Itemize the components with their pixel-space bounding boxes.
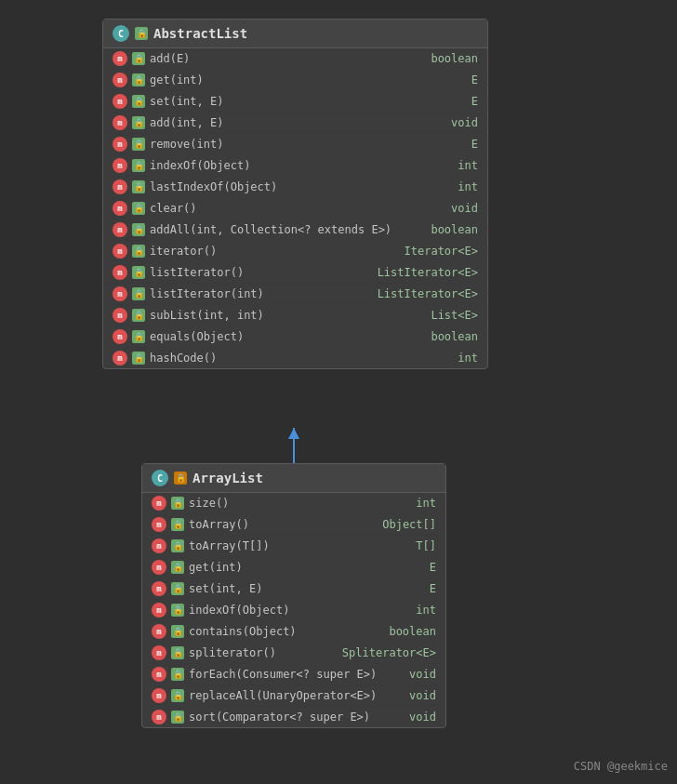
array-list-method-row: m🔒indexOf(Object)int bbox=[142, 600, 445, 621]
method-m-icon: m bbox=[152, 538, 166, 553]
method-name-label: listIterator() bbox=[150, 266, 373, 279]
method-lock-icon: 🔒 bbox=[171, 668, 184, 681]
method-return-label: int bbox=[458, 159, 478, 172]
method-lock-icon: 🔒 bbox=[132, 73, 145, 86]
method-m-icon: m bbox=[113, 51, 127, 66]
method-m-icon: m bbox=[152, 496, 166, 511]
method-name-label: indexOf(Object) bbox=[150, 159, 453, 172]
method-lock-icon: 🔒 bbox=[132, 116, 145, 129]
method-m-icon: m bbox=[113, 329, 127, 344]
array-list-method-row: m🔒get(int)E bbox=[142, 557, 445, 578]
array-list-class-icon: C bbox=[152, 470, 168, 486]
method-name-label: equals(Object) bbox=[150, 330, 426, 343]
watermark: CSDN @geekmice bbox=[574, 760, 668, 773]
abstract-list-method-row: m🔒remove(int)E bbox=[103, 134, 487, 155]
method-return-label: void bbox=[451, 116, 478, 129]
method-return-label: boolean bbox=[431, 223, 478, 236]
method-lock-icon: 🔒 bbox=[171, 561, 184, 574]
abstract-list-class-name: AbstractList bbox=[153, 26, 247, 41]
method-m-icon: m bbox=[113, 351, 127, 365]
method-lock-icon: 🔒 bbox=[132, 266, 145, 279]
abstract-list-method-row: m🔒iterator()Iterator<E> bbox=[103, 241, 487, 262]
abstract-list-method-row: m🔒get(int)E bbox=[103, 70, 487, 91]
array-list-lock-icon: 🔒 bbox=[174, 472, 187, 485]
method-return-label: Object[] bbox=[382, 518, 436, 531]
abstract-list-method-row: m🔒add(E)boolean bbox=[103, 48, 487, 70]
method-lock-icon: 🔒 bbox=[132, 95, 145, 108]
array-list-method-row: m🔒sort(Comparator<? super E>)void bbox=[142, 707, 445, 727]
method-m-icon: m bbox=[152, 710, 166, 724]
method-lock-icon: 🔒 bbox=[132, 309, 145, 322]
method-name-label: subList(int, int) bbox=[150, 309, 426, 322]
method-m-icon: m bbox=[152, 603, 166, 618]
method-m-icon: m bbox=[113, 137, 127, 152]
method-lock-icon: 🔒 bbox=[171, 711, 184, 724]
abstract-list-header: C 🔒 AbstractList bbox=[103, 20, 487, 48]
method-lock-icon: 🔒 bbox=[132, 223, 145, 236]
method-name-label: lastIndexOf(Object) bbox=[150, 180, 453, 193]
method-m-icon: m bbox=[113, 73, 127, 87]
method-name-label: size() bbox=[189, 497, 411, 510]
array-list-method-row: m🔒spliterator()Spliterator<E> bbox=[142, 643, 445, 664]
method-name-label: hashCode() bbox=[150, 352, 453, 365]
method-lock-icon: 🔒 bbox=[132, 180, 145, 193]
method-lock-icon: 🔒 bbox=[132, 159, 145, 172]
abstract-list-method-row: m🔒equals(Object)boolean bbox=[103, 326, 487, 348]
method-name-label: indexOf(Object) bbox=[189, 604, 411, 617]
array-list-method-row: m🔒set(int, E)E bbox=[142, 578, 445, 600]
method-m-icon: m bbox=[152, 560, 166, 575]
method-m-icon: m bbox=[152, 688, 166, 703]
array-list-box: C 🔒 ArrayList m🔒size()intm🔒toArray()Obje… bbox=[141, 463, 446, 728]
svg-marker-1 bbox=[288, 428, 299, 439]
abstract-list-method-row: m🔒listIterator()ListIterator<E> bbox=[103, 262, 487, 284]
abstract-list-method-row: m🔒subList(int, int)List<E> bbox=[103, 305, 487, 326]
method-m-icon: m bbox=[113, 158, 127, 173]
method-return-label: int bbox=[458, 180, 478, 193]
abstract-list-method-row: m🔒indexOf(Object)int bbox=[103, 155, 487, 177]
method-m-icon: m bbox=[113, 94, 127, 109]
method-name-label: sort(Comparator<? super E>) bbox=[189, 711, 405, 724]
method-return-label: E bbox=[430, 561, 436, 574]
method-return-label: E bbox=[471, 95, 478, 108]
method-return-label: void bbox=[409, 711, 436, 724]
method-name-label: toArray() bbox=[189, 518, 378, 531]
method-name-label: addAll(int, Collection<? extends E>) bbox=[150, 223, 426, 236]
method-return-label: Iterator<E> bbox=[405, 245, 478, 258]
method-m-icon: m bbox=[113, 286, 127, 301]
method-name-label: add(int, E) bbox=[150, 116, 446, 129]
abstract-list-method-row: m🔒lastIndexOf(Object)int bbox=[103, 177, 487, 198]
abstract-list-method-row: m🔒hashCode()int bbox=[103, 348, 487, 368]
method-m-icon: m bbox=[152, 645, 166, 660]
method-name-label: iterator() bbox=[150, 245, 400, 258]
method-name-label: replaceAll(UnaryOperator<E>) bbox=[189, 689, 405, 702]
method-m-icon: m bbox=[113, 244, 127, 259]
abstract-list-methods: m🔒add(E)booleanm🔒get(int)Em🔒set(int, E)E… bbox=[103, 48, 487, 368]
method-return-label: T[] bbox=[416, 539, 436, 552]
method-return-label: void bbox=[451, 202, 478, 215]
method-return-label: ListIterator<E> bbox=[378, 266, 478, 279]
method-name-label: listIterator(int) bbox=[150, 287, 373, 300]
method-return-label: int bbox=[416, 497, 436, 510]
method-lock-icon: 🔒 bbox=[132, 287, 145, 300]
array-list-method-row: m🔒forEach(Consumer<? super E>)void bbox=[142, 664, 445, 685]
method-name-label: get(int) bbox=[189, 561, 425, 574]
method-lock-icon: 🔒 bbox=[132, 202, 145, 215]
method-m-icon: m bbox=[113, 265, 127, 280]
abstract-list-method-row: m🔒listIterator(int)ListIterator<E> bbox=[103, 284, 487, 305]
array-list-method-row: m🔒toArray(T[])T[] bbox=[142, 536, 445, 557]
method-lock-icon: 🔒 bbox=[132, 330, 145, 343]
method-lock-icon: 🔒 bbox=[171, 646, 184, 659]
method-return-label: int bbox=[458, 352, 478, 365]
method-return-label: boolean bbox=[431, 52, 478, 65]
method-lock-icon: 🔒 bbox=[171, 689, 184, 702]
method-name-label: toArray(T[]) bbox=[189, 539, 411, 552]
method-name-label: remove(int) bbox=[150, 138, 467, 151]
abstract-list-class-icon: C bbox=[113, 25, 129, 42]
method-return-label: Spliterator<E> bbox=[342, 646, 436, 659]
method-lock-icon: 🔒 bbox=[132, 245, 145, 258]
abstract-list-method-row: m🔒clear()void bbox=[103, 198, 487, 219]
method-return-label: int bbox=[416, 604, 436, 617]
method-m-icon: m bbox=[113, 222, 127, 237]
method-return-label: E bbox=[430, 582, 436, 595]
method-return-label: boolean bbox=[431, 330, 478, 343]
